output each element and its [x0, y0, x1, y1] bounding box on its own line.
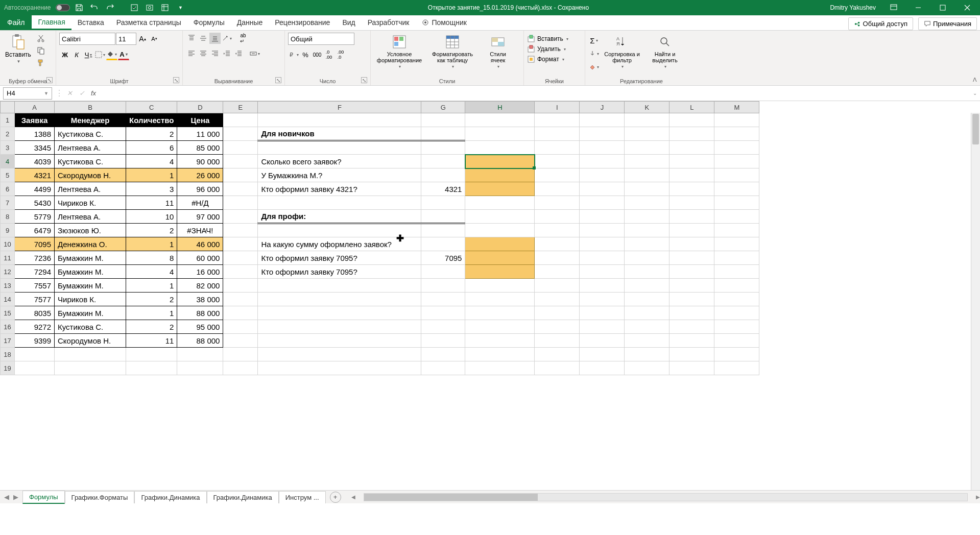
cell-M14[interactable] [714, 293, 759, 306]
cell-L8[interactable] [670, 210, 714, 224]
cell-I18[interactable] [535, 348, 580, 361]
cell-G17[interactable] [421, 334, 465, 348]
autosave-toggle[interactable] [56, 4, 70, 11]
conditional-formatting-button[interactable]: Условное форматирование▾ [374, 33, 425, 70]
col-header-A[interactable]: A [15, 102, 55, 113]
col-header-K[interactable]: K [625, 102, 670, 113]
cell-I3[interactable] [535, 141, 580, 155]
name-box[interactable]: H4▼ [3, 87, 52, 100]
cell-J19[interactable] [580, 361, 625, 375]
cell-J2[interactable] [580, 127, 625, 141]
cell-E6[interactable] [223, 182, 258, 196]
cell-B14[interactable]: Чириков К. [55, 293, 126, 306]
cell-F1[interactable] [258, 113, 421, 127]
cell-M2[interactable] [714, 127, 759, 141]
cell-M13[interactable] [714, 279, 759, 293]
cell-E14[interactable] [223, 293, 258, 306]
cell-E1[interactable] [223, 113, 258, 127]
cell-K10[interactable] [625, 237, 670, 251]
decrease-font-icon[interactable]: A▾ [149, 33, 160, 44]
align-right-icon[interactable] [209, 48, 221, 59]
cell-E12[interactable] [223, 265, 258, 279]
underline-icon[interactable]: Ч▾ [83, 49, 94, 60]
cell-L19[interactable] [670, 361, 714, 375]
row-header-11[interactable]: 11 [1, 251, 15, 265]
row-header-3[interactable]: 3 [1, 141, 15, 155]
comments-button[interactable]: Примечания [918, 17, 977, 30]
cell-B17[interactable]: Скородумов Н. [55, 334, 126, 348]
cell-J8[interactable] [580, 210, 625, 224]
number-launcher[interactable]: ⤡ [361, 77, 367, 83]
cell-L13[interactable] [670, 279, 714, 293]
cell-K2[interactable] [625, 127, 670, 141]
cell-L1[interactable] [670, 113, 714, 127]
cell-B7[interactable]: Чириков К. [55, 196, 126, 210]
tab-home[interactable]: Главная [32, 15, 71, 30]
find-select-button[interactable]: Найти и выделить▾ [644, 33, 685, 70]
cell-H1[interactable] [465, 113, 535, 127]
redo-icon[interactable] [104, 2, 116, 14]
borders-icon[interactable]: ▾ [94, 49, 106, 60]
font-color-icon[interactable]: A▾ [118, 49, 129, 60]
cell-L9[interactable] [670, 224, 714, 237]
vertical-scrollbar[interactable] [971, 113, 980, 490]
cell-I9[interactable] [535, 224, 580, 237]
delete-cells-button[interactable]: Удалить▾ [527, 45, 566, 53]
cell-M17[interactable] [714, 334, 759, 348]
cell-H12[interactable] [465, 265, 535, 279]
cell-I2[interactable] [535, 127, 580, 141]
cell-G14[interactable] [421, 293, 465, 306]
row-header-8[interactable]: 8 [1, 210, 15, 224]
tab-developer[interactable]: Разработчик [362, 15, 416, 30]
hscroll-right-icon[interactable]: ▶ [976, 494, 980, 500]
row-header-18[interactable]: 18 [1, 348, 15, 361]
cell-F16[interactable] [258, 320, 421, 334]
expand-formula-icon[interactable]: ⌄ [970, 90, 980, 96]
cell-C3[interactable]: 6 [126, 141, 177, 155]
cell-F4[interactable]: Сколько всего заявок? [258, 155, 421, 168]
cell-D6[interactable]: 96 000 [177, 182, 223, 196]
cell-A16[interactable]: 9272 [15, 320, 55, 334]
qat-dropdown-icon[interactable]: ▼ [174, 2, 186, 14]
cell-D11[interactable]: 60 000 [177, 251, 223, 265]
cell-M12[interactable] [714, 265, 759, 279]
cell-K14[interactable] [625, 293, 670, 306]
cell-D17[interactable]: 88 000 [177, 334, 223, 348]
cell-L4[interactable] [670, 155, 714, 168]
cell-E16[interactable] [223, 320, 258, 334]
currency-icon[interactable]: ₽▾ [288, 49, 299, 60]
cell-F12[interactable]: Кто оформил заявку 7095? [258, 265, 421, 279]
cell-H15[interactable] [465, 306, 535, 320]
cell-E17[interactable] [223, 334, 258, 348]
col-header-G[interactable]: G [421, 102, 465, 113]
row-header-7[interactable]: 7 [1, 196, 15, 210]
autosum-icon[interactable]: Σ▾ [588, 35, 600, 46]
row-header-1[interactable]: 1 [1, 113, 15, 127]
cell-K4[interactable] [625, 155, 670, 168]
cell-D18[interactable] [177, 348, 223, 361]
cell-A11[interactable]: 7236 [15, 251, 55, 265]
cell-M6[interactable] [714, 182, 759, 196]
ribbon-options-icon[interactable] [882, 0, 905, 15]
cell-G9[interactable] [421, 224, 465, 237]
maximize-icon[interactable] [931, 0, 954, 15]
cell-D10[interactable]: 46 000 [177, 237, 223, 251]
cell-H13[interactable] [465, 279, 535, 293]
cell-H16[interactable] [465, 320, 535, 334]
cell-G11[interactable]: 7095 [421, 251, 465, 265]
cell-B12[interactable]: Бумажкин М. [55, 265, 126, 279]
row-header-2[interactable]: 2 [1, 127, 15, 141]
cell-C15[interactable]: 1 [126, 306, 177, 320]
cell-D1[interactable]: Цена [177, 113, 223, 127]
cell-F14[interactable] [258, 293, 421, 306]
cell-B13[interactable]: Бумажкин М. [55, 279, 126, 293]
cell-A17[interactable]: 9399 [15, 334, 55, 348]
cell-M4[interactable] [714, 155, 759, 168]
col-header-L[interactable]: L [670, 102, 714, 113]
cell-J12[interactable] [580, 265, 625, 279]
tab-insert[interactable]: Вставка [71, 15, 110, 30]
cell-M19[interactable] [714, 361, 759, 375]
paste-button[interactable]: Вставить▼ [3, 33, 33, 65]
row-header-6[interactable]: 6 [1, 182, 15, 196]
cell-G15[interactable] [421, 306, 465, 320]
